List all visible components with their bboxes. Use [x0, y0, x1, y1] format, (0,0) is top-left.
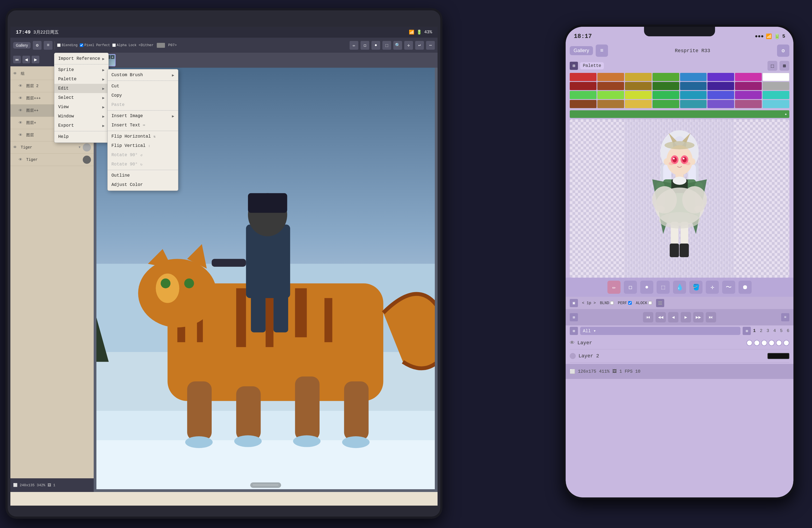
palette-color-cell[interactable]: [707, 91, 734, 99]
shape-tool-button[interactable]: ●: [640, 281, 653, 294]
extra-settings-icon[interactable]: [656, 299, 664, 307]
palette-color-cell[interactable]: [652, 82, 679, 90]
palette-color-cell[interactable]: [735, 73, 762, 81]
palette-color-cell[interactable]: [763, 73, 789, 81]
palette-color-cell[interactable]: [707, 100, 734, 108]
list-item[interactable]: 👁 Tiger ▼: [10, 142, 94, 154]
eyedrop-tool-icon[interactable]: 🔍: [393, 41, 402, 50]
frame-num-6[interactable]: 6: [787, 328, 789, 333]
menu-item-select[interactable]: Select ▶: [54, 93, 108, 102]
menu-item-import-reference[interactable]: Import Reference ▶: [54, 54, 108, 63]
palette-color-cell[interactable]: [597, 100, 624, 108]
menu-item-outline[interactable]: Outline: [107, 171, 178, 180]
eyedrop-tool-button[interactable]: 💧: [673, 281, 686, 294]
perf-checkbox[interactable]: [628, 301, 632, 305]
palette-color-cell[interactable]: [625, 82, 652, 90]
fill-tool-button[interactable]: 🪣: [690, 281, 702, 294]
alpha-lock-check[interactable]: [112, 43, 116, 47]
rewind-button[interactable]: ⏮: [13, 56, 21, 63]
menu-item-export[interactable]: Export ▶: [54, 121, 108, 130]
frame-num-3[interactable]: 3: [767, 328, 769, 333]
list-item[interactable]: 👁 Tiger: [10, 154, 94, 166]
anim-prev-button[interactable]: ◀: [668, 312, 679, 322]
select-tool-button[interactable]: ⬚: [656, 281, 670, 294]
menu-item-sprite[interactable]: Sprite ▶: [54, 65, 108, 75]
palette-color-cell[interactable]: [680, 73, 707, 81]
palette-color-cell[interactable]: [570, 91, 596, 99]
palette-color-cell[interactable]: [735, 100, 762, 108]
anim-play-button[interactable]: ▶: [681, 312, 691, 322]
menu-item-view[interactable]: View ▶: [54, 102, 108, 112]
palette-color-cell[interactable]: [652, 73, 679, 81]
more-icon[interactable]: ⋯: [426, 41, 435, 50]
palette-color-cell[interactable]: [680, 100, 707, 108]
menu-item-edit[interactable]: Edit ▶: [54, 84, 108, 93]
palette-color-cell[interactable]: [652, 91, 679, 99]
menu-item-cut[interactable]: Cut: [107, 82, 178, 91]
palette-color-cell[interactable]: [735, 91, 762, 99]
palette-options-icon[interactable]: ⊞: [780, 61, 789, 71]
blending-checkbox[interactable]: Blending: [57, 43, 77, 47]
iphone-gallery-button[interactable]: Gallery: [570, 46, 593, 55]
iphone-canvas[interactable]: [570, 119, 789, 278]
palette-color-cell[interactable]: [570, 73, 596, 81]
palette-color-cell[interactable]: [597, 82, 624, 90]
menu-item-insert-text[interactable]: Insert Text ⌨: [107, 121, 178, 130]
curve-tool-button[interactable]: 〜: [722, 281, 735, 294]
gallery-button[interactable]: Gallery: [13, 42, 31, 48]
shape-tool-icon[interactable]: ●: [372, 41, 380, 50]
eraser-tool-icon[interactable]: ◻: [361, 41, 369, 50]
pixel-perfect-check[interactable]: [80, 43, 83, 47]
iphone-settings-icon[interactable]: ≡: [596, 44, 608, 57]
iphone-gear-icon[interactable]: ⚙: [777, 44, 789, 57]
palette-color-cell[interactable]: [680, 82, 707, 90]
palette-color-cell[interactable]: [680, 91, 707, 99]
palette-color-cell[interactable]: [652, 100, 679, 108]
active-color-bar[interactable]: ✦: [570, 110, 789, 118]
layers-icon[interactable]: ≡: [44, 41, 53, 50]
iphone-all-layers-dropdown[interactable]: All ▾: [580, 327, 740, 335]
frame-num-5[interactable]: 5: [780, 328, 783, 333]
frame-num-4[interactable]: 4: [773, 328, 776, 333]
palette-color-cell[interactable]: [763, 91, 789, 99]
list-item[interactable]: Layer 2: [570, 350, 789, 363]
palette-color-cell[interactable]: [763, 82, 789, 90]
blending-check[interactable]: [57, 43, 61, 47]
move-tool-icon[interactable]: ↩: [415, 41, 424, 50]
palette-color-cell[interactable]: [625, 73, 652, 81]
palette-color-cell[interactable]: [597, 91, 624, 99]
anim-next-button[interactable]: ▶▶: [693, 312, 704, 322]
palette-color-cell[interactable]: [597, 73, 624, 81]
fill-tool-icon[interactable]: ✛: [404, 41, 413, 50]
palette-color-cell[interactable]: [707, 82, 734, 90]
palette-color-cell[interactable]: [707, 73, 734, 81]
layers-grid-icon[interactable]: ⊞: [570, 327, 578, 335]
settings-icon[interactable]: ⚙: [33, 41, 42, 50]
palette-color-cell[interactable]: [570, 100, 596, 108]
palette-color-cell[interactable]: [570, 82, 596, 90]
anim-grid-icon[interactable]: ⊞: [570, 313, 578, 321]
anim-last-button[interactable]: ⏭: [706, 312, 716, 322]
menu-item-custom-brush[interactable]: Custom Brush ▶: [107, 71, 178, 80]
palette-color-cell[interactable]: [763, 100, 789, 108]
prev-button[interactable]: ◀: [23, 56, 30, 63]
anim-prev-frame-button[interactable]: ◀◀: [655, 312, 666, 322]
menu-item-flip-vertical[interactable]: Flip Vertical ↕: [107, 141, 178, 150]
pixel-perfect-checkbox[interactable]: Pixel Perfect: [80, 43, 110, 47]
palette-color-cell[interactable]: [625, 100, 652, 108]
brush-size-control[interactable]: < 1p >: [582, 301, 596, 305]
blend-checkbox[interactable]: [610, 301, 614, 305]
dither-pattern[interactable]: [157, 43, 165, 48]
palette-color-cell[interactable]: [625, 91, 652, 99]
select-tool-icon[interactable]: ⬚: [382, 41, 391, 50]
pencil-tool-button[interactable]: ✏: [607, 281, 621, 294]
record-tool-button[interactable]: ⏺: [739, 281, 752, 294]
brush-mode-icon[interactable]: ▣: [570, 299, 578, 307]
palette-expand-icon[interactable]: ⬚: [768, 61, 777, 71]
anim-rewind-button[interactable]: ⏮: [643, 312, 653, 322]
list-item[interactable]: 👁 Layer: [570, 336, 789, 350]
frame-num-2[interactable]: 2: [760, 328, 763, 333]
eraser-tool-button[interactable]: ◻: [624, 281, 637, 294]
move-tool-button[interactable]: ✛: [706, 281, 719, 294]
menu-item-copy[interactable]: Copy: [107, 91, 178, 100]
